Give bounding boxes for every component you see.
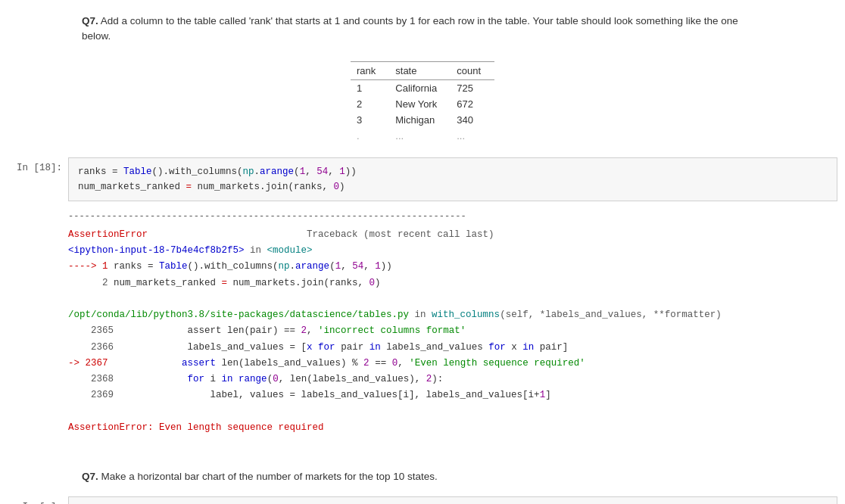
line2-indent: 2	[68, 278, 114, 288]
traceback-block: ----------------------------------------…	[68, 204, 837, 443]
cell-state-1: California	[389, 79, 451, 96]
table-row: 3 Michigan 340	[351, 112, 494, 128]
cell-count-2: 672	[451, 96, 494, 112]
sample-table-wrapper: rank state count 1 California 725 2 New …	[0, 54, 845, 154]
cell-rank-2: 2	[351, 96, 389, 112]
col-rank-header: rank	[351, 61, 389, 79]
question-7b-text: Q7. Make a horizontal bar chart of the n…	[82, 469, 763, 484]
question-7a-bold: Q7.	[82, 15, 98, 26]
cell-state-2: New York	[389, 96, 451, 112]
arrow-indicator-1: ----> 1	[68, 261, 114, 272]
question-7a-body: Add a column to the table called 'rank' …	[82, 15, 738, 42]
cell-18-code: ranks = Table().with_columns(np.arange(1…	[69, 158, 837, 201]
spacer	[0, 442, 845, 456]
traceback-2366: 2366 labels_and_values = [x for pair in …	[68, 340, 837, 356]
code-arrow-1: ranks =	[114, 261, 159, 272]
file-path: /opt/conda/lib/python3.8/site-packages/d…	[68, 310, 409, 320]
cell-state-3: Michigan	[389, 112, 451, 128]
output-block: ----------------------------------------…	[68, 204, 837, 443]
question-7a-text: Q7. Add a column to the table called 'ra…	[82, 14, 763, 45]
question-7b-body: Make a horizontal bar chart of the numbe…	[98, 471, 438, 482]
cell-count-1: 725	[451, 79, 494, 96]
cell-empty-label: In [ ]:	[0, 493, 68, 504]
in-text: in	[250, 245, 267, 256]
sample-table: rank state count 1 California 725 2 New …	[351, 61, 494, 144]
table-row: 2 New York 672	[351, 96, 494, 112]
question-7b-block: Q7. Make a horizontal bar chart of the n…	[0, 456, 845, 493]
cell-18-label: In [18]:	[0, 154, 68, 181]
module-text: <module>	[267, 245, 313, 256]
traceback-2368: 2368 for i in range(0, len(labels_and_va…	[68, 372, 837, 387]
cell-empty-row: In [ ]: # Insert your bar chart code her…	[0, 493, 845, 504]
col-state-header: state	[389, 61, 451, 79]
assertion-error-final: AssertionError: Even length sequence req…	[68, 422, 324, 433]
traceback-line2: 2 num_markets_ranked = num_markets.join(…	[68, 275, 837, 291]
traceback-filepath: /opt/conda/lib/python3.8/site-packages/d…	[68, 307, 837, 323]
col-count-header: count	[451, 61, 494, 79]
traceback-arrow-line1: ----> 1 ranks = Table().with_columns(np.…	[68, 259, 837, 275]
traceback-2365: 2365 assert len(pair) == 2, 'incorrect c…	[68, 323, 837, 339]
traceback-arrow-2367: -> 2367 assert len(labels_and_values) % …	[68, 356, 837, 372]
traceback-separator: ----------------------------------------…	[68, 204, 837, 227]
traceback-final-error: AssertionError: Even length sequence req…	[68, 420, 837, 436]
cell-18-row: In [18]: ranks = Table().with_columns(np…	[0, 154, 845, 204]
cell-empty-code: # Insert your bar chart code here ...	[69, 497, 837, 504]
code-line-2: num_markets_ranked = num_markets.join(ra…	[78, 179, 828, 194]
question-7b-bold: Q7.	[82, 471, 98, 482]
cell-rank-dot: .	[351, 128, 389, 144]
error-type: AssertionError	[68, 229, 148, 240]
table-row: 1 California 725	[351, 79, 494, 96]
cell-state-dot: ...	[389, 128, 451, 144]
traceback-error-line: AssertionError Traceback (most recent ca…	[68, 227, 837, 243]
cell-empty-content[interactable]: # Insert your bar chart code here ...	[68, 496, 837, 504]
input-ref: <ipython-input-18-7b4e4cf8b2f5>	[68, 245, 245, 256]
cell-18-content[interactable]: ranks = Table().with_columns(np.arange(1…	[68, 157, 837, 201]
cell-count-dot: ...	[451, 128, 494, 144]
code-line-1: ranks = Table().with_columns(np.arange(1…	[78, 164, 828, 179]
cell-rank-3: 3	[351, 112, 389, 128]
traceback-label: Traceback (most recent call last)	[154, 229, 494, 240]
traceback-2369: 2369 label, values = labels_and_values[i…	[68, 387, 837, 403]
notebook-container: Q7. Add a column to the table called 'ra…	[0, 0, 845, 504]
traceback-input-ref: <ipython-input-18-7b4e4cf8b2f5> in <modu…	[68, 243, 837, 259]
table-row-ellipsis: . ... ...	[351, 128, 494, 144]
question-7a-block: Q7. Add a column to the table called 'ra…	[0, 0, 845, 54]
cell-rank-1: 1	[351, 79, 389, 96]
cell-count-3: 340	[451, 112, 494, 128]
